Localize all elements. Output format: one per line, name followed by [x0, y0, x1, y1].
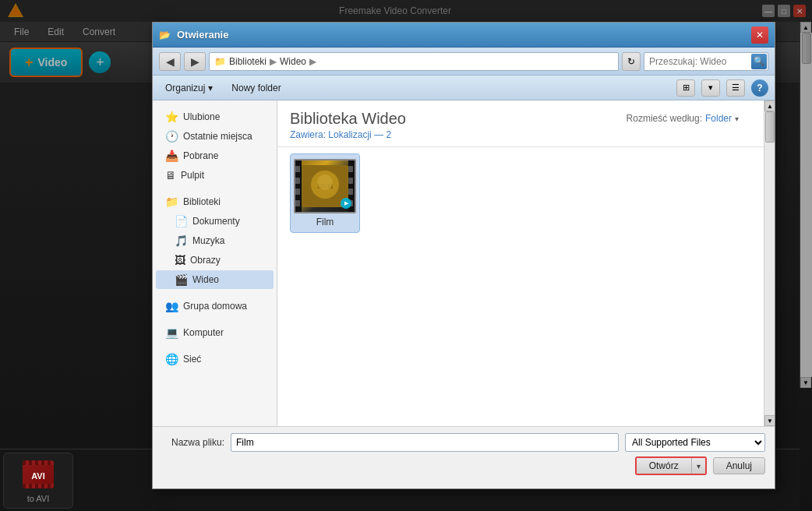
dialog-address-bar: ◀ ▶ 📁 Biblioteki ▶ Wideo ▶ ↻ 🔍 [153, 48, 775, 76]
dialog-close-button[interactable]: ✕ [751, 26, 768, 44]
dialog-overlay: 📂 Otwieranie ✕ ◀ ▶ 📁 Biblioteki ▶ Wideo … [0, 0, 812, 511]
pobrane-icon: 📥 [165, 150, 178, 162]
film-frame: MGM [295, 160, 355, 212]
open-button[interactable]: Otwórz [637, 458, 692, 474]
open-button-group: Otwórz ▾ [635, 456, 707, 475]
open-dropdown-button[interactable]: ▾ [692, 458, 705, 474]
dialog-scrollbar: ▲ ▼ [764, 100, 775, 426]
avi-label-inner: AVI [31, 471, 45, 481]
filename-row: Nazwa pliku: All Supported Files [162, 433, 765, 452]
dokumenty-label: Dokumenty [192, 216, 240, 227]
dialog-sidebar: ⭐ Ulubione 🕐 Ostatnie miejsca 📥 Pobrane … [153, 100, 277, 426]
view-icons-button[interactable]: ⊞ [676, 79, 695, 97]
file-thumbnail: MGM [294, 159, 356, 213]
view-list-button[interactable]: ▾ [701, 79, 720, 97]
grupa-icon: 👥 [165, 300, 178, 312]
siec-icon: 🌐 [165, 353, 178, 365]
organizuj-label: Organizuj [165, 83, 205, 93]
grupa-label: Grupa domowa [183, 301, 247, 312]
sidebar-item-dokumenty[interactable]: 📄 Dokumenty [156, 212, 274, 231]
help-button[interactable]: ? [751, 79, 768, 97]
path-part-1[interactable]: Biblioteki [229, 56, 267, 67]
biblioteki-label: Biblioteki [183, 196, 221, 207]
file-name-label: Film [316, 217, 334, 227]
search-container: 🔍 [644, 52, 768, 71]
svg-point-5 [317, 174, 333, 190]
komputer-label: Komputer [183, 327, 224, 338]
organizuj-button[interactable]: Organizuj ▾ [159, 81, 219, 95]
sidebar-item-wideo[interactable]: 🎬 Wideo [156, 270, 274, 289]
sort-value[interactable]: Folder [705, 113, 732, 124]
sort-chevron-icon: ▾ [735, 115, 739, 123]
ostatnie-icon: 🕐 [165, 130, 178, 143]
search-button[interactable]: 🔍 [751, 54, 767, 69]
wideo-icon: 🎬 [175, 273, 188, 286]
siec-label: Sieć [183, 354, 201, 365]
filetype-select[interactable]: All Supported Files [625, 433, 765, 452]
sidebar-item-ulubione[interactable]: ⭐ Ulubione [156, 107, 274, 126]
dialog-scroll-up[interactable]: ▲ [764, 100, 775, 111]
sidebar-item-ostatnie[interactable]: 🕐 Ostatnie miejsca [156, 127, 274, 146]
dialog-buttons-row: Otwórz ▾ Anuluj [162, 456, 765, 475]
app-background: Freemake Video Converter — □ ✕ File Edit… [0, 0, 812, 511]
content-files-area: MGM [277, 147, 764, 426]
path-bar: 📁 Biblioteki ▶ Wideo ▶ [209, 52, 619, 71]
wideo-label: Wideo [192, 274, 219, 285]
content-subtitle: Zawiera: Lokalizacji — 2 [290, 129, 406, 140]
sidebar-item-obrazy[interactable]: 🖼 Obrazy [156, 251, 274, 270]
search-input[interactable] [644, 52, 768, 71]
sidebar-gap-4 [153, 343, 277, 349]
filename-label: Nazwa pliku: [162, 437, 224, 448]
refresh-button[interactable]: ↻ [622, 52, 641, 71]
sidebar-item-pobrane[interactable]: 📥 Pobrane [156, 146, 274, 165]
obrazy-label: Obrazy [190, 255, 221, 266]
path-sep-1: ▶ [270, 56, 277, 67]
content-title: Biblioteka Wideo [290, 110, 406, 128]
ostatnie-label: Ostatnie miejsca [183, 131, 252, 142]
dokumenty-icon: 📄 [175, 215, 188, 227]
dialog-bottom-bar: Nazwa pliku: All Supported Files Otwórz … [153, 426, 775, 488]
sidebar-item-pulpit[interactable]: 🖥 Pulpit [156, 166, 274, 185]
cancel-button[interactable]: Anuluj [713, 457, 765, 474]
ulubione-icon: ⭐ [165, 111, 178, 123]
sidebar-gap-3 [153, 316, 277, 322]
file-item-film[interactable]: MGM [290, 153, 360, 233]
dialog-scroll-thumb[interactable] [765, 111, 775, 143]
filename-input[interactable] [231, 433, 619, 452]
sort-label: Rozmieść według: [627, 113, 702, 124]
komputer-icon: 💻 [165, 326, 178, 339]
dialog-action-bar: Organizuj ▾ Nowy folder ⊞ ▾ ☰ ? [153, 76, 775, 100]
biblioteki-icon: 📁 [165, 196, 178, 208]
subtitle-label: Zawiera: [290, 129, 326, 140]
pulpit-label: Pulpit [181, 170, 204, 181]
ulubione-label: Ulubione [183, 111, 220, 122]
path-part-2[interactable]: Wideo [280, 56, 306, 67]
content-title-block: Biblioteka Wideo Zawiera: Lokalizacji — … [290, 110, 406, 140]
sidebar-item-grupa-domowa[interactable]: 👥 Grupa domowa [156, 297, 274, 315]
pobrane-label: Pobrane [183, 150, 218, 161]
dialog-title-text: Otwieranie [177, 29, 745, 41]
back-button[interactable]: ◀ [159, 52, 181, 71]
content-header: Biblioteka Wideo Zawiera: Lokalizacji — … [277, 100, 764, 147]
view-details-button[interactable]: ☰ [726, 79, 745, 97]
sidebar-gap-2 [153, 290, 277, 296]
film-holes-left [295, 160, 302, 212]
forward-button[interactable]: ▶ [184, 52, 206, 71]
dialog-titlebar: 📂 Otwieranie ✕ [153, 23, 775, 48]
obrazy-icon: 🖼 [175, 254, 185, 266]
dialog-scroll-down[interactable]: ▼ [764, 415, 775, 426]
organizuj-chevron: ▾ [208, 83, 213, 93]
muzyka-icon: 🎵 [175, 234, 188, 247]
sort-bar: Rozmieść według: Folder ▾ [614, 110, 751, 127]
nowy-folder-button[interactable]: Nowy folder [225, 81, 287, 95]
pulpit-icon: 🖥 [165, 169, 176, 181]
nowy-folder-label: Nowy folder [231, 83, 281, 93]
sidebar-item-muzyka[interactable]: 🎵 Muzyka [156, 231, 274, 250]
dialog-content: Biblioteka Wideo Zawiera: Lokalizacji — … [277, 100, 764, 426]
sidebar-item-komputer[interactable]: 💻 Komputer [156, 323, 274, 342]
open-file-dialog: 📂 Otwieranie ✕ ◀ ▶ 📁 Biblioteki ▶ Wideo … [152, 22, 775, 489]
path-folder-icon: 📁 [214, 56, 226, 67]
locations-link[interactable]: Lokalizacji — 2 [328, 129, 391, 140]
sidebar-item-siec[interactable]: 🌐 Sieć [156, 350, 274, 368]
sidebar-item-biblioteki[interactable]: 📁 Biblioteki [156, 192, 274, 211]
